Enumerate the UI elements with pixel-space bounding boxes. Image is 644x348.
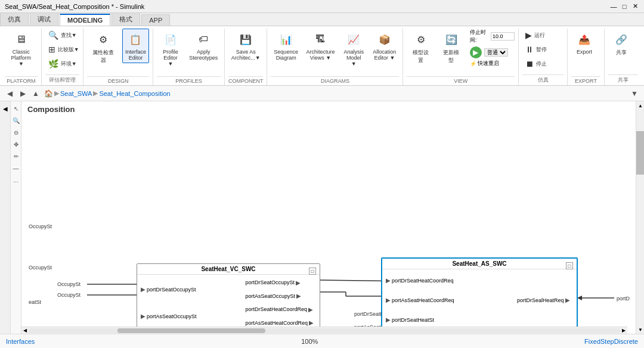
vc-port-arrow-out-1: ▶ xyxy=(296,279,301,286)
profile-editor-button[interactable]: 📄 ProfileEditor ▼ xyxy=(157,29,184,69)
save-as-icon: 💾 xyxy=(237,31,254,48)
compare-button[interactable]: ⊞ 比较版▼ xyxy=(45,43,82,56)
tab-debug[interactable]: 调试 xyxy=(30,13,58,26)
vc-port-out-label-4: portAsSeatHeatCoordReq xyxy=(245,320,308,326)
scroll-down-button[interactable]: ▼ xyxy=(636,325,644,334)
share-label: 共享 xyxy=(616,49,627,57)
svg-text:portDrSealHeatReq: portDrSealHeatReq xyxy=(617,296,630,302)
analysis-model-icon: 📈 xyxy=(345,31,362,48)
run-sim-button[interactable]: ▶ 运行 xyxy=(522,29,550,42)
expand-button[interactable]: ▼ xyxy=(628,88,640,100)
analysis-model-button[interactable]: 📈 AnalysisModel ▼ xyxy=(340,29,367,69)
property-inspector-label: 属性检查器 xyxy=(91,49,116,64)
property-inspector-button[interactable]: ⚙ 属性检查器 xyxy=(87,29,120,67)
select-tool[interactable]: ↖ xyxy=(11,104,21,113)
addressbar: ◀ ▶ ▲ 🏠 ▶ Seat_SWA ▶ Seat_Heat_Compositi… xyxy=(0,86,644,101)
breadcrumb-seat-swa[interactable]: Seat_SWA xyxy=(60,90,92,97)
path-sep-1: ▶ xyxy=(54,89,59,97)
ribbon-group-items-profiles: 📄 ProfileEditor ▼ 🏷 ApplyStereotypes xyxy=(157,29,221,75)
architecture-views-button[interactable]: 🏗 ArchitectureViews ▼ xyxy=(304,29,338,63)
vc-swc-block[interactable]: □ SeatHeat_VC_SWC ▶ portDrSeatOccupySt ▶… xyxy=(137,263,320,334)
sequence-diagram-button[interactable]: 📊 SequenceDiagram xyxy=(271,29,301,63)
model-settings-button[interactable]: ⚙ 模型设置 xyxy=(407,29,435,67)
pan-tool[interactable]: ✥ xyxy=(11,139,21,149)
vc-swc-content: ▶ portDrSeatOccupySt ▶ portAsSeatOccupyS… xyxy=(137,275,320,331)
h-scrollbar-thumb[interactable] xyxy=(117,328,265,333)
h-scrollbar[interactable]: ◀ ▶ xyxy=(21,327,627,334)
share-button[interactable]: 🔗 共享 xyxy=(608,29,634,59)
pause-button[interactable]: ⏸ 暂停 xyxy=(522,43,550,56)
ribbon-group-diagrams: 📊 SequenceDiagram 🏗 ArchitectureViews ▼ … xyxy=(268,29,403,85)
ribbon-group-items-share: 🔗 共享 xyxy=(608,29,638,73)
stop-run-group: ▶ 运行 ⏸ 暂停 ⏹ 停止 xyxy=(522,29,550,70)
ribbon-group-label-sim: 仿真 xyxy=(522,74,564,85)
connect-tool[interactable]: — xyxy=(11,163,21,173)
stop-icon: ⏹ xyxy=(525,59,534,69)
v-scrollbar-thumb[interactable] xyxy=(636,131,644,174)
scroll-left-button[interactable]: ◀ xyxy=(21,327,29,334)
as-swc-right-ports: portDrSealHeatReq ▶ portAsSeatHeatReq ▶ xyxy=(512,269,577,334)
ribbon-group-label-platform: PLATFORM xyxy=(5,76,38,85)
as-port-arrow-in-1: ▶ xyxy=(386,277,391,284)
export-icon: 📤 xyxy=(576,31,593,48)
scroll-right-button[interactable]: ▶ xyxy=(620,327,627,334)
interface-editor-button[interactable]: 📋 InterfaceEditor xyxy=(122,29,150,63)
more-tools[interactable]: … xyxy=(11,175,21,185)
save-as-button[interactable]: 💾 Save AsArchitec...▼ xyxy=(228,29,263,63)
run-button[interactable]: ▶ xyxy=(470,46,482,58)
as-swc-block[interactable]: □ SeatHeat_AS_SWC ▶ portDrSeatHeatCoordR… xyxy=(381,257,578,334)
sequence-diagram-icon: 📊 xyxy=(278,31,295,48)
tab-format[interactable]: 格式 xyxy=(112,13,140,26)
nav-forward-button[interactable]: ▶ xyxy=(17,88,29,100)
maximize-button[interactable]: □ xyxy=(620,2,628,11)
ribbon-group-profiles: 📄 ProfileEditor ▼ 🏷 ApplyStereotypes PRO… xyxy=(154,29,225,85)
update-model-button[interactable]: 🔄 更新模型 xyxy=(437,29,465,67)
stop-button[interactable]: ⏹ 停止 xyxy=(522,57,550,70)
vc-port-arrow-in-2: ▶ xyxy=(141,313,145,319)
env-label: 环境▼ xyxy=(61,60,77,68)
as-swc-minimize[interactable]: □ xyxy=(566,262,573,269)
zoom-out-tool[interactable]: ⊖ xyxy=(11,128,21,137)
vc-port-out-4: portAsSeatHeatCoordReq ▶ xyxy=(243,318,317,327)
breadcrumb-seat-heat[interactable]: Seat_Heat_Composition xyxy=(99,90,170,97)
zoom-in-tool[interactable]: 🔍 xyxy=(11,116,21,125)
apply-stereotypes-button[interactable]: 🏷 ApplyStereotypes xyxy=(187,29,221,63)
sim-mode-select[interactable]: 普通 xyxy=(484,48,508,57)
allocation-editor-button[interactable]: 📦 AllocationEditor ▼ xyxy=(370,29,399,63)
minimize-button[interactable]: — xyxy=(609,2,618,11)
canvas-area: Composition OccupySt OccupySt xyxy=(21,101,636,334)
sidebar-toggle[interactable]: ◀ xyxy=(1,104,10,113)
sim-time-input[interactable] xyxy=(491,32,515,41)
statusbar-solver[interactable]: FixedStepDiscrete xyxy=(584,338,638,345)
annotate-tool[interactable]: ✏ xyxy=(11,151,21,161)
home-icon: 🏠 xyxy=(44,89,53,98)
export-button[interactable]: 📤 Export xyxy=(571,29,597,57)
nav-up-button[interactable]: ▲ xyxy=(30,88,42,100)
tab-app[interactable]: APP xyxy=(141,14,170,26)
ribbon-group-platform: 🖥 ClassicPlatform ▼ PLATFORM xyxy=(2,29,42,85)
env-button[interactable]: 🌿 环境▼ xyxy=(45,57,82,70)
statusbar-interfaces[interactable]: Interfaces xyxy=(6,338,35,345)
as-port-in-2: ▶ portAsSeatHeatCoordReq xyxy=(382,296,457,304)
vc-port-out-3: portDrSeatHeatCoordReq ▶ xyxy=(243,305,317,314)
tab-modeling[interactable]: MODELING xyxy=(60,14,110,26)
model-settings-label: 模型设置 xyxy=(411,49,431,64)
close-button[interactable]: ✕ xyxy=(631,2,639,11)
classic-platform-button[interactable]: 🖥 ClassicPlatform ▼ xyxy=(5,29,38,69)
ribbon-group-design: ⚙ 属性检查器 📋 InterfaceEditor DESIGN xyxy=(85,29,153,85)
vc-swc-right-ports: portDrSeatOccupySt ▶ portAsSeatOccupySt … xyxy=(240,275,320,331)
nav-back-button[interactable]: ◀ xyxy=(4,88,16,100)
vc-swc-title: SeatHeat_VC_SWC xyxy=(137,264,320,275)
vc-port-in-2: ▶ portAsSeatOccupySt xyxy=(137,312,199,321)
tab-simulation[interactable]: 仿真 xyxy=(0,13,29,26)
ribbon-group-sim-controls: ▶ 运行 ⏸ 暂停 ⏹ 停止 仿真 xyxy=(520,29,568,85)
find-button[interactable]: 🔍 查找▼ xyxy=(45,29,82,42)
apply-stereotypes-label: ApplyStereotypes xyxy=(189,49,218,61)
fast-restart-row: ⚡ 快速重启 xyxy=(470,60,515,67)
ribbon-group-items-evaluate: 🔍 查找▼ ⊞ 比较版▼ 🌿 环境▼ xyxy=(45,29,80,73)
vc-swc-minimize[interactable]: □ xyxy=(309,268,316,275)
scroll-up-button[interactable]: ▲ xyxy=(636,101,644,110)
as-port-label-in-2: portAsSeatHeatCoordReq xyxy=(392,297,454,303)
sim-controls-group: 停止时间: ▶ 普通 ⚡ 快速重启 xyxy=(470,29,515,67)
vc-port-arrow-in-1: ▶ xyxy=(141,286,145,293)
